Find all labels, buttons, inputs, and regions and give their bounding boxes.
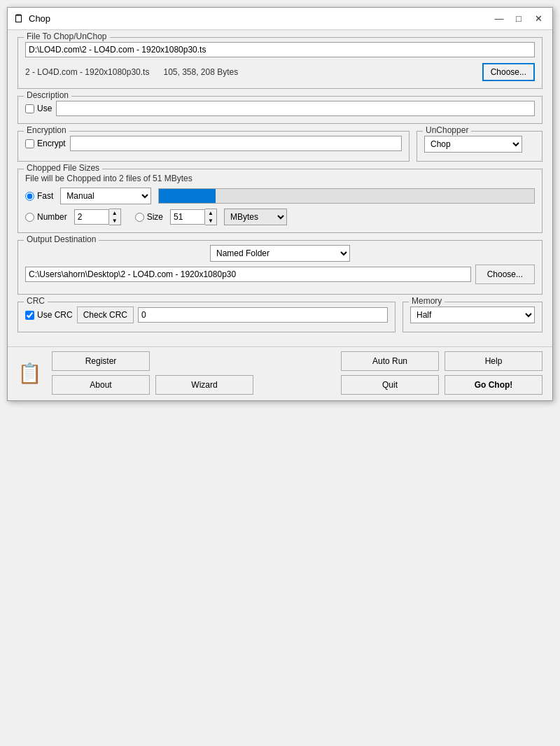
auto-run-button[interactable]: Auto Run [341, 351, 439, 371]
file-group: File To Chop/UnChop 2 - LO4D.com - 1920x… [18, 37, 542, 89]
quit-button[interactable]: Quit [341, 375, 439, 395]
slider-fill [159, 189, 215, 203]
memory-group-label: Memory [409, 296, 444, 306]
size-slider[interactable] [158, 188, 535, 204]
size-radio[interactable] [135, 213, 144, 222]
description-group-label: Description [24, 90, 71, 100]
unchop-group-label: UnChopper [423, 125, 471, 135]
file-info-row: 2 - LO4D.com - 1920x1080p30.ts 105, 358,… [25, 63, 535, 81]
size-down-btn[interactable]: ▼ [205, 217, 216, 225]
fast-row: Fast Manual [25, 188, 535, 204]
use-crc-label[interactable]: Use CRC [25, 310, 73, 320]
file-group-label: File To Chop/UnChop [24, 31, 110, 41]
main-window: 🗒 Chop — □ ✕ File To Chop/UnChop 2 - LO4… [7, 7, 553, 401]
unchop-group: UnChopper Chop [416, 131, 542, 162]
description-row: Use [25, 101, 535, 116]
encrypt-checkbox[interactable] [25, 139, 34, 148]
encrypt-row: Encrypt [25, 136, 402, 151]
use-description-label[interactable]: Use [25, 104, 52, 113]
number-size-row: Number ▲ ▼ Size ▲ ▼ [25, 209, 535, 225]
title-bar-controls: — □ ✕ [491, 12, 547, 26]
bottom-left-btn-row: About Wizard [52, 375, 253, 395]
encrypt-label[interactable]: Encrypt [25, 139, 66, 148]
description-input[interactable] [56, 101, 535, 116]
folder-path-input[interactable] [25, 267, 471, 282]
folder-path-row: Choose... [25, 265, 535, 284]
size-spinbox: ▲ ▼ [170, 209, 217, 225]
size-spin-buttons: ▲ ▼ [205, 209, 217, 225]
title-bar: 🗒 Chop — □ ✕ [8, 8, 552, 30]
main-content: File To Chop/UnChop 2 - LO4D.com - 1920x… [8, 30, 552, 346]
chopped-sizes-group: Chopped File Sizes File will be Chopped … [18, 169, 542, 233]
title-bar-left: 🗒 Chop [13, 13, 50, 25]
crc-memory-row: CRC Use CRC Check CRC Memory Half Full [18, 302, 542, 332]
unchop-row: Chop [424, 136, 535, 153]
bottom-right-btn-row: Quit Go Chop! [341, 375, 542, 395]
description-group: Description Use [18, 96, 542, 124]
bottom-left: 📋 Register About Wizard [18, 351, 253, 395]
output-dest-group: Output Destination Named Folder Same Fol… [18, 240, 542, 295]
number-spin-buttons: ▲ ▼ [109, 209, 121, 225]
help-button[interactable]: Help [444, 351, 542, 371]
choose-folder-button[interactable]: Choose... [475, 265, 535, 284]
encryption-group-label: Encryption [24, 125, 69, 135]
check-crc-button[interactable]: Check CRC [77, 307, 134, 323]
number-radio-label[interactable]: Number [25, 212, 67, 222]
top-right-btn-row: Auto Run Help [341, 351, 542, 371]
bottom-bar: 📋 Register About Wizard Auto Run Help Qu… [8, 346, 552, 400]
number-radio[interactable] [25, 213, 34, 222]
top-left-btn-row: Register [52, 351, 253, 371]
left-buttons: Register About Wizard [52, 351, 253, 395]
output-select[interactable]: Named Folder Same Folder Choose Folder [210, 245, 350, 262]
file-name-text: 2 - LO4D.com - 1920x1080p30.ts 105, 358,… [25, 67, 238, 77]
about-button[interactable]: About [52, 375, 150, 395]
size-radio-label[interactable]: Size [135, 212, 163, 222]
output-select-row: Named Folder Same Folder Choose Folder [25, 245, 535, 262]
right-buttons: Auto Run Help Quit Go Chop! [341, 351, 542, 395]
minimize-button[interactable]: — [491, 12, 507, 26]
unchop-select[interactable]: Chop [424, 136, 522, 153]
size-input[interactable] [170, 209, 205, 225]
crc-group: CRC Use CRC Check CRC [18, 302, 396, 332]
size-unit-select[interactable]: MBytes KBytes Bytes [224, 209, 287, 225]
number-spinbox: ▲ ▼ [74, 209, 121, 225]
chop-info-row: File will be Chopped into 2 files of 51 … [25, 174, 535, 183]
crc-row: Use CRC Check CRC [25, 307, 388, 323]
fast-radio-label[interactable]: Fast [25, 191, 53, 201]
size-up-btn[interactable]: ▲ [205, 209, 216, 217]
use-description-checkbox[interactable] [25, 104, 34, 113]
window-title: Chop [29, 13, 50, 24]
number-down-btn[interactable]: ▼ [109, 217, 120, 225]
app-icon: 🗒 [13, 13, 24, 25]
maximize-button[interactable]: □ [510, 12, 527, 26]
app-logo-icon: 📋 [18, 362, 42, 385]
encrypt-input[interactable] [70, 136, 402, 151]
wizard-button[interactable]: Wizard [155, 375, 253, 395]
memory-select[interactable]: Half Full Quarter [410, 307, 535, 323]
encryption-group: Encryption Encrypt [18, 131, 410, 162]
number-input[interactable] [74, 209, 109, 225]
output-dest-label: Output Destination [24, 234, 99, 244]
use-crc-checkbox[interactable] [25, 311, 34, 320]
register-button[interactable]: Register [52, 351, 150, 371]
fast-radio[interactable] [25, 192, 34, 201]
memory-row: Half Full Quarter [410, 307, 535, 323]
chopped-sizes-label: Chopped File Sizes [24, 163, 102, 173]
crc-value-input[interactable] [138, 307, 388, 323]
memory-group: Memory Half Full Quarter [402, 302, 542, 332]
fast-select[interactable]: Manual [60, 188, 151, 204]
crc-group-label: CRC [24, 296, 48, 306]
file-path-input[interactable] [25, 42, 535, 57]
number-up-btn[interactable]: ▲ [109, 209, 120, 217]
encrypt-unchop-row: Encryption Encrypt UnChopper Chop [18, 131, 542, 162]
chop-info-text: File will be Chopped into 2 files of 51 … [25, 174, 192, 183]
choose-file-button[interactable]: Choose... [482, 63, 535, 81]
go-chop-button[interactable]: Go Chop! [444, 375, 542, 395]
close-button[interactable]: ✕ [530, 12, 547, 26]
